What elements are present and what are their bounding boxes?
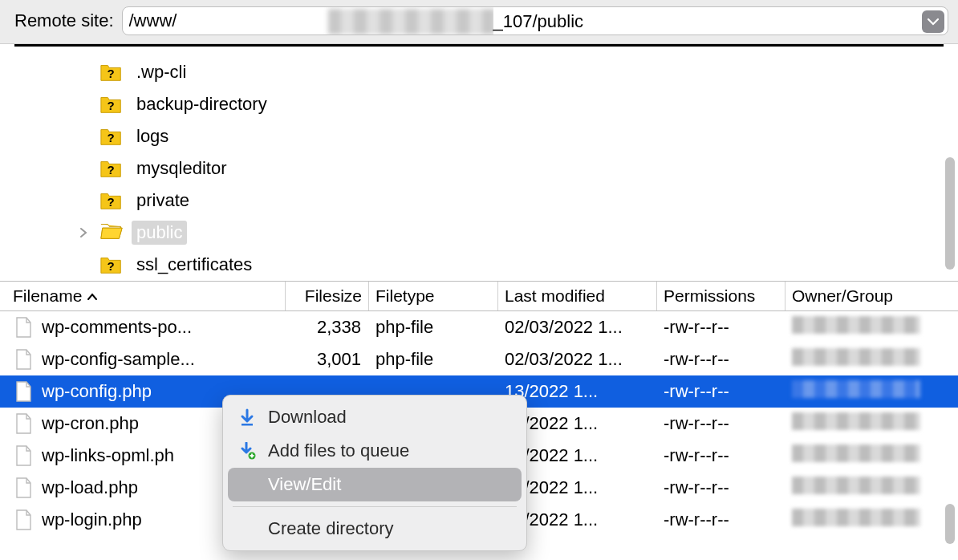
remote-path-field-wrap: _107/public: [122, 6, 949, 35]
column-label: Last modified: [505, 286, 605, 306]
svg-rect-0: [242, 424, 253, 426]
column-label: Owner/Group: [792, 286, 893, 306]
folder-unknown-icon: [99, 94, 124, 115]
folder-unknown-icon: [99, 254, 124, 275]
redacted-owner: [792, 444, 920, 462]
column-header-filesize[interactable]: Filesize: [286, 282, 369, 310]
ctx-add-to-queue[interactable]: Add files to queue: [223, 434, 526, 468]
file-type: php-file: [369, 349, 498, 370]
file-owner: [785, 380, 958, 403]
file-row[interactable]: wp-comments-po...2,338php-file02/03/2022…: [0, 311, 958, 343]
sort-ascending-icon: [87, 286, 98, 306]
file-permissions: -rw-r--r--: [657, 349, 785, 370]
file-owner: [785, 316, 958, 339]
redacted-owner: [792, 412, 920, 430]
tree-item-label: .wp-cli: [132, 60, 191, 84]
folder-open-icon: [99, 220, 124, 246]
file-permissions: -rw-r--r--: [657, 509, 785, 530]
remote-path-suffix: _107/public: [493, 7, 592, 35]
file-permissions: -rw-r--r--: [657, 317, 785, 338]
file-modified: 02/03/2022 1...: [498, 317, 657, 338]
file-row[interactable]: wp-config-sample...3,001php-file02/03/20…: [0, 343, 958, 375]
file-owner: [785, 412, 958, 435]
column-label: Filename: [13, 286, 82, 306]
file-list-header: Filename Filesize Filetype Last modified…: [0, 281, 958, 311]
tree-item[interactable]: .wp-cli: [0, 56, 958, 88]
file-icon: [14, 445, 32, 466]
ctx-view-edit[interactable]: View/Edit: [228, 468, 522, 501]
ctx-label: View/Edit: [268, 474, 341, 495]
file-permissions: -rw-r--r--: [657, 381, 785, 402]
remote-tree-pane: .wp-clibackup-directorylogsmysqleditorpr…: [0, 47, 958, 281]
file-icon: [14, 477, 32, 498]
redacted-owner: [792, 477, 920, 494]
folder-unknown-icon: [99, 158, 124, 179]
redacted-owner: [792, 509, 920, 526]
file-name: wp-login.php: [42, 509, 142, 530]
file-icon: [14, 381, 32, 402]
file-name: wp-config-sample...: [42, 349, 195, 370]
file-size: 2,338: [286, 317, 369, 338]
column-header-ownergroup[interactable]: Owner/Group: [785, 282, 958, 310]
column-header-filetype[interactable]: Filetype: [369, 282, 498, 310]
file-name: wp-config.php: [42, 381, 152, 402]
file-owner: [785, 509, 958, 531]
file-modified: 02/03/2022 1...: [498, 349, 657, 370]
file-owner: [785, 348, 958, 371]
file-size: 3,001: [286, 349, 369, 370]
add-to-queue-icon: [237, 442, 257, 460]
file-permissions: -rw-r--r--: [657, 413, 785, 434]
download-icon: [237, 408, 257, 426]
file-icon: [14, 317, 32, 338]
ctx-label: Create directory: [268, 518, 394, 539]
ctx-label: Add files to queue: [268, 440, 409, 461]
file-owner: [785, 477, 958, 499]
folder-unknown-icon: [99, 126, 124, 147]
column-header-filename[interactable]: Filename: [0, 282, 286, 310]
file-type: php-file: [369, 317, 498, 338]
tree-item[interactable]: backup-directory: [0, 88, 958, 120]
column-header-permissions[interactable]: Permissions: [657, 282, 785, 310]
chevron-right-icon[interactable]: [75, 222, 91, 243]
file-name: wp-cron.php: [42, 413, 139, 434]
redacted-owner: [792, 316, 920, 334]
file-owner: [785, 444, 958, 467]
remote-site-bar: Remote site: _107/public: [0, 0, 958, 44]
tree-item-label: mysqleditor: [132, 156, 231, 181]
tree-item[interactable]: mysqleditor: [0, 152, 958, 185]
column-label: Filetype: [375, 286, 435, 306]
tree-item-label: ssl_certificates: [132, 253, 257, 277]
tree-item-label: logs: [132, 124, 173, 148]
column-header-lastmodified[interactable]: Last modified: [498, 282, 657, 310]
column-label: Permissions: [664, 286, 755, 306]
file-permissions: -rw-r--r--: [657, 477, 785, 498]
folder-unknown-icon: [99, 62, 124, 83]
ctx-download[interactable]: Download: [223, 400, 526, 434]
folder-unknown-icon: [99, 190, 124, 211]
redacted-owner: [792, 380, 920, 398]
ctx-create-directory[interactable]: Create directory: [223, 512, 526, 546]
tree-item-label: backup-directory: [132, 92, 272, 116]
context-menu: Download Add files to queue View/Edit Cr…: [222, 395, 527, 551]
tree-item[interactable]: logs: [0, 120, 958, 152]
tree-item[interactable]: public: [0, 217, 958, 249]
file-icon: [14, 349, 32, 370]
tree-scrollbar[interactable]: [945, 157, 955, 270]
ctx-separator: [233, 506, 517, 507]
file-name: wp-comments-po...: [42, 317, 192, 338]
tree-item[interactable]: ssl_certificates: [0, 249, 958, 281]
remote-site-label: Remote site:: [14, 10, 114, 31]
tree-item-label: public: [132, 221, 187, 245]
redacted-path-segment: [328, 9, 495, 34]
file-icon: [14, 413, 32, 434]
ctx-label: Download: [268, 407, 347, 428]
chevron-down-icon: [928, 18, 939, 26]
column-label: Filesize: [305, 286, 362, 306]
file-name: wp-links-opml.ph: [42, 445, 174, 466]
file-name: wp-load.php: [42, 477, 138, 498]
tree-item-label: private: [132, 189, 194, 213]
redacted-owner: [792, 348, 920, 366]
list-scrollbar[interactable]: [945, 504, 955, 544]
path-history-dropdown[interactable]: [922, 10, 944, 33]
tree-item[interactable]: private: [0, 185, 958, 217]
